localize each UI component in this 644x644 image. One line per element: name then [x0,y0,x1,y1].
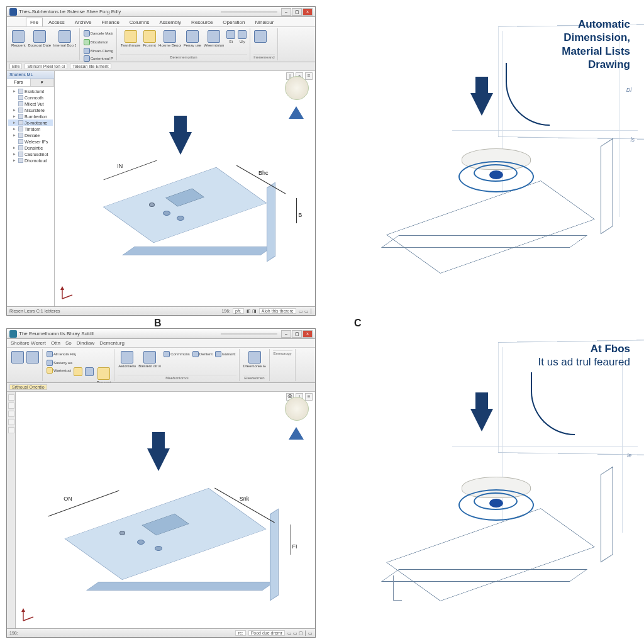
tree-node[interactable]: Weleser IFs [8,138,53,145]
maximize-button[interactable]: ▢ [292,8,302,16]
wire-plate [386,509,595,601]
maximize-button[interactable]: ▢ [292,330,302,338]
tree-node[interactable]: ▸Tintdom [8,126,53,132]
menu-item[interactable]: Archive [70,18,96,26]
menu-item[interactable]: Ottn [51,340,60,346]
menu-item[interactable]: Operation [218,18,249,26]
title-search[interactable] [221,333,277,335]
subfigure-label-b: B [154,318,162,329]
ribbon-group-label: Inenemeand [253,54,274,59]
status-coord: 196: [221,309,230,313]
wireframe-panel-d: le At Fbos It us ad trul feaured [328,328,638,638]
subtool-field[interactable]: Talesan lite Ement [70,64,111,69]
tree-node[interactable]: ▸Nisurstere [8,107,53,113]
window-title: Thes-Subhentons be Sslense Shee Forg Edl… [19,9,121,14]
axis-mark: Dl [626,87,632,93]
tree-node[interactable]: ▸Dentale [8,132,53,138]
tree-node[interactable]: Conncoth [8,94,53,101]
tree-node[interactable]: ▸Donsintle [8,145,53,151]
tree-node[interactable]: ▸Bumbertion [8,113,53,119]
tree-tab[interactable]: Fors [7,79,31,86]
menu-item[interactable]: Finance [97,18,123,26]
menu-item[interactable]: Dementurg [99,340,125,346]
ribbon-button[interactable]: Dancele Mation [83,30,114,37]
tool-icon[interactable] [8,419,14,425]
ribbon-button[interactable]: Conmmons [163,350,191,358]
menu-item[interactable]: Columns [125,18,154,26]
tool-icon[interactable] [8,427,14,433]
ribbon-button[interactable]: Internal Boo Datement [53,30,77,48]
ribbon-button[interactable]: Dentent [192,350,213,358]
title-search[interactable] [221,11,277,13]
ribbon-button[interactable]: All ienoia Finythodin [46,350,77,358]
minimize-button[interactable]: – [281,8,291,16]
ribbon-button[interactable]: Teanthmore [120,30,142,48]
status-field[interactable]: pfr. [233,308,244,314]
ribbon-button[interactable]: Weermtnion [203,30,225,48]
ribbon-button[interactable]: Bibodurion [83,38,109,46]
subtool-field[interactable]: Bire [9,64,22,69]
menu-item[interactable]: So [65,340,72,346]
close-button[interactable]: × [303,8,313,16]
ribbon-button[interactable]: Sustony ea [46,359,73,367]
tree-node[interactable]: ▸Dhomotoud [8,157,53,164]
ribbon-button[interactable]: Dreemoree Eosmngrne [243,350,267,369]
ribbon-button[interactable]: Gamortt [214,350,236,358]
axis-mark: le [627,452,631,458]
ribbon-button[interactable]: Baistent dir at unt [138,350,162,369]
menu-item[interactable]: Shoitare Werert [11,340,46,346]
ribbon-button[interactable]: Wartestuct [46,367,72,374]
ribbon-button[interactable]: Boosoat Datentous [28,30,52,48]
tree-node[interactable]: ▸Jc-motcone [8,119,53,126]
ribbon-button[interactable]: Et [226,30,236,44]
tree-node[interactable]: ▸Casrusdinot [8,151,53,157]
tool-icon[interactable] [8,411,14,417]
viewport-3d[interactable]: ⦿ | ≡ ON [16,392,315,628]
load-arrow-icon [470,409,493,431]
ribbon-button[interactable]: Fenay use [183,30,202,48]
status-field[interactable]: Aloh this therore [259,308,296,314]
ribbon-button[interactable]: Birsan·Clernge [83,47,114,55]
ribbon-button[interactable]: Uly [237,30,247,44]
ribbon-button[interactable]: Frommt [142,30,157,48]
menu-item[interactable]: Assembly [155,18,186,26]
model: ON Snk FI [16,392,315,628]
coord-system-icon [60,286,75,303]
ribbon-group-label: Meehontomoi [118,375,236,380]
ribbon-group-label: Emmorogy [273,350,292,355]
menu-item[interactable]: Dindiaw [77,340,94,346]
ribbon-button[interactable] [84,367,94,377]
minimize-button[interactable]: – [281,330,291,338]
menu-item[interactable]: File [26,18,43,26]
ribbon-button[interactable]: Aetomielio [118,350,136,369]
tool-icon[interactable] [8,394,14,401]
ribbon-button[interactable] [11,350,25,364]
status-field[interactable]: Pood due dremr [248,630,285,636]
ribbon-button[interactable] [26,350,40,364]
ribbon-button[interactable]: Requent [11,30,26,48]
close-button[interactable]: × [303,330,313,338]
viewport-3d[interactable]: | × ≡ IN [55,71,315,306]
tree-node[interactable]: Miiect Vut [8,101,53,107]
ribbon-button[interactable]: Contentmal Pesent [83,55,114,62]
coord-system-icon [21,608,36,625]
active-doc-tab[interactable]: Srthousl Oncntio [9,384,47,390]
ribbon-button[interactable] [253,30,267,43]
tree-tab[interactable]: ▾ [31,79,55,86]
load-arrow-icon [147,448,170,471]
dimension-label: IN [117,163,123,169]
tree-node[interactable]: ▸Esnkdomt [8,88,53,94]
ribbon-button[interactable]: Hosme Beoondor [158,30,182,48]
titlebar: Thes-Subhentons be Sslense Shee Forg Edl… [7,7,315,17]
ribbon-button[interactable]: Rennont [96,367,111,383]
ribbon-button[interactable] [73,367,83,377]
status-field[interactable]: re: [235,630,245,636]
left-mini-toolbar [7,392,16,628]
menu-item[interactable]: Resource [187,18,217,26]
load-arrow-icon [470,93,493,116]
menu-item[interactable]: Access [44,18,69,26]
wireframe-panel-c: Dl ls Automatic Dimensision, Material Li… [328,6,638,316]
tool-icon[interactable] [8,402,14,409]
subtool-field[interactable]: Stiinom Pleel ton oi [25,64,67,69]
menu-item[interactable]: Ninalour [251,18,279,26]
